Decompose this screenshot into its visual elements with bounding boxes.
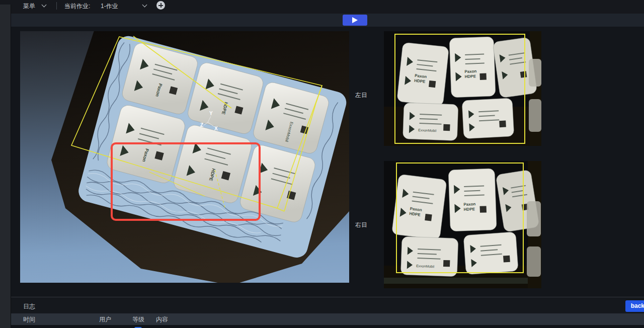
top-menu-bar: 菜单 当前作业: 1-作业: [0, 0, 644, 14]
column-header-level: 等级: [132, 315, 144, 324]
left-eye-label: 左目: [355, 91, 367, 100]
main-area: Paxon HDPE ExxonMobil: [11, 27, 644, 297]
axis-x-label: X: [214, 126, 218, 131]
log-row[interactable]: 2024-07-27 15:42:26.443 DEV D 历史数据打标完成，打…: [11, 325, 644, 328]
svg-text:ExxonMobil: ExxonMobil: [418, 128, 437, 132]
play-button[interactable]: [343, 15, 367, 26]
right-eye-camera-view[interactable]: Paxon HDPE Paxon HDPE: [384, 161, 541, 288]
left-eye-camera-view[interactable]: Paxon HDPE Paxon HDPE: [384, 31, 541, 146]
log-panel-title: 日志: [23, 302, 35, 311]
job-select-value[interactable]: 1-作业: [101, 2, 118, 10]
log-table-header: 时间 用户 等级 内容: [11, 313, 644, 325]
svg-text:ExxonMobil: ExxonMobil: [416, 264, 435, 268]
svg-text:Paxon: Paxon: [463, 202, 475, 207]
current-job-label: 当前作业:: [64, 2, 90, 10]
column-header-content: 内容: [156, 315, 168, 324]
backl-button[interactable]: backL: [625, 300, 644, 312]
log-panel: 日志 backL 时间 用户 等级 内容 2024-07-27 15:42:26…: [11, 297, 644, 328]
pointcloud-canvas[interactable]: Paxon HDPE ExxonMobil: [20, 31, 349, 283]
chevron-down-icon[interactable]: [42, 3, 47, 8]
run-toolbar: [11, 14, 644, 27]
play-icon: [352, 17, 358, 23]
axis-z-label: Z: [200, 122, 203, 128]
pointcloud-viewport[interactable]: Paxon HDPE ExxonMobil: [20, 31, 349, 283]
chevron-down-icon[interactable]: [142, 3, 147, 8]
column-header-time: 时间: [23, 315, 35, 324]
svg-text:Paxon: Paxon: [464, 69, 476, 74]
add-job-icon[interactable]: [156, 1, 165, 10]
right-eye-label: 右目: [355, 221, 367, 229]
axis-y-label: Y: [209, 111, 213, 116]
menu-button[interactable]: 菜单: [23, 2, 35, 10]
svg-text:HDPE: HDPE: [465, 74, 476, 79]
window-left-edge: [0, 5, 11, 328]
svg-text:HDPE: HDPE: [464, 207, 475, 212]
topbar-divider: [56, 2, 57, 10]
column-header-user: 用户: [99, 315, 111, 324]
